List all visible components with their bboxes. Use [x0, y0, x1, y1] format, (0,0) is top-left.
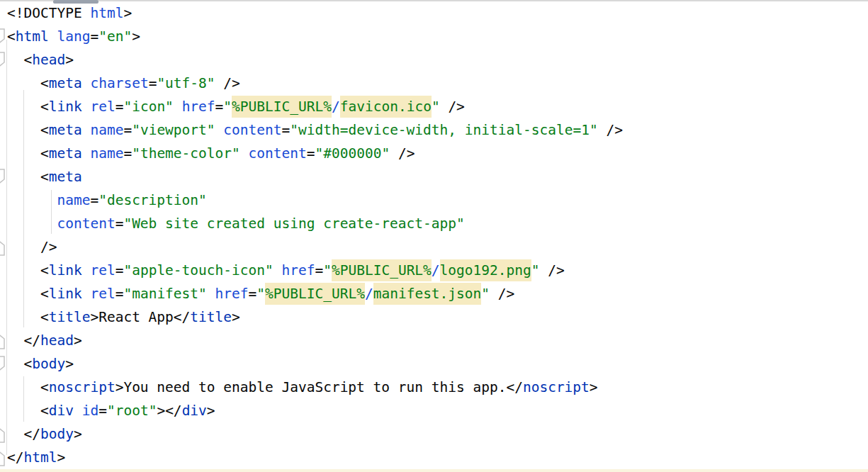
syntax-token: rel: [90, 99, 115, 115]
code-area[interactable]: <!DOCTYPE html><html lang="en"> <head> <…: [0, 1, 868, 472]
syntax-token: You need to enable JavaScript to run thi…: [123, 379, 506, 395]
syntax-token: ></: [157, 403, 181, 419]
syntax-token: ": [257, 286, 265, 302]
syntax-token: </: [506, 379, 522, 395]
syntax-token: rel: [90, 262, 115, 279]
code-line[interactable]: <link rel="manifest" href="%PUBLIC_URL%/…: [0, 282, 868, 305]
syntax-token: [49, 28, 57, 45]
caret-line-highlight[interactable]: [0, 469, 868, 472]
code-line[interactable]: <head>: [0, 48, 868, 72]
syntax-token: [7, 215, 57, 232]
syntax-token: >: [207, 403, 215, 419]
syntax-token: "icon": [123, 99, 173, 115]
syntax-token: >: [132, 28, 140, 45]
fold-region-end-icon[interactable]: [0, 425, 6, 444]
fold-region-start-icon[interactable]: [0, 355, 6, 373]
syntax-token: [7, 122, 40, 138]
syntax-token: [82, 99, 91, 115]
fold-region-end-icon[interactable]: [0, 238, 6, 257]
code-line[interactable]: <link rel="apple-touch-icon" href="%PUBL…: [0, 259, 868, 282]
syntax-token: >: [65, 52, 74, 68]
code-line[interactable]: name="description": [0, 189, 868, 212]
syntax-token: /: [365, 286, 373, 302]
syntax-token: div: [182, 403, 207, 419]
syntax-token: html: [16, 28, 49, 45]
syntax-token: lang: [57, 28, 90, 45]
code-line[interactable]: <div id="root"></div>: [0, 399, 868, 422]
syntax-token: =: [307, 145, 315, 162]
syntax-token: />: [398, 145, 415, 162]
syntax-token: "en": [98, 28, 132, 45]
code-editor[interactable]: <!DOCTYPE html><html lang="en"> <head> <…: [0, 0, 868, 472]
code-line[interactable]: </head>: [0, 329, 868, 352]
syntax-token: />: [498, 286, 514, 302]
syntax-token: >: [232, 309, 240, 325]
fold-region-end-icon[interactable]: [0, 449, 6, 467]
syntax-token: ": [481, 286, 490, 302]
code-line[interactable]: </html>: [0, 446, 868, 469]
code-line[interactable]: <meta name="viewport" content="width=dev…: [0, 118, 868, 142]
syntax-token: ": [223, 99, 232, 115]
syntax-token: name: [90, 122, 123, 138]
code-line[interactable]: <body>: [0, 352, 868, 376]
syntax-token: [215, 75, 224, 91]
code-line[interactable]: <meta: [0, 165, 868, 189]
syntax-token: [240, 145, 249, 162]
syntax-token: [7, 169, 40, 185]
syntax-token: =: [315, 262, 323, 279]
syntax-token: =: [115, 215, 124, 232]
code-line[interactable]: <html lang="en">: [0, 25, 868, 48]
code-line[interactable]: <!DOCTYPE html>: [0, 1, 868, 25]
syntax-token: =: [90, 28, 98, 45]
syntax-token: <: [23, 356, 32, 372]
code-line[interactable]: <title>React App</title>: [0, 305, 868, 329]
syntax-token: noscript: [523, 379, 590, 395]
syntax-token: [82, 286, 91, 302]
syntax-token: [7, 239, 40, 255]
syntax-token: >: [123, 5, 132, 21]
code-line[interactable]: <meta name="theme-color" content="#00000…: [0, 142, 868, 165]
syntax-token: link: [49, 99, 82, 115]
code-line[interactable]: <meta charset="utf-8" />: [0, 72, 868, 95]
syntax-token: >: [65, 356, 74, 372]
code-line[interactable]: </body>: [0, 422, 868, 446]
syntax-token: [7, 309, 40, 325]
syntax-token: >: [590, 379, 598, 395]
syntax-token: [440, 99, 449, 115]
syntax-token: <: [40, 145, 49, 162]
syntax-token: link: [49, 262, 82, 279]
syntax-token: =: [115, 99, 124, 115]
fold-gutter[interactable]: [0, 0, 10, 472]
syntax-token: =: [115, 262, 124, 279]
syntax-token: [7, 99, 40, 115]
horizontal-scrollbar-thumb[interactable]: [53, 0, 98, 4]
syntax-token: [74, 403, 82, 419]
syntax-token: charset: [90, 75, 148, 91]
syntax-token: [274, 262, 282, 279]
syntax-token: [82, 145, 91, 162]
highlighted-token: %PUBLIC_URL%: [232, 96, 332, 118]
syntax-token: />: [223, 75, 239, 91]
fold-region-start-icon[interactable]: [0, 168, 6, 186]
syntax-token: meta: [49, 75, 82, 91]
syntax-token: [82, 262, 91, 279]
syntax-token: <: [40, 169, 49, 185]
fold-region-end-icon[interactable]: [0, 332, 6, 350]
fold-region-start-icon[interactable]: [0, 51, 6, 69]
syntax-token: =: [123, 145, 132, 162]
fold-region-start-icon[interactable]: [0, 28, 6, 46]
syntax-token: content: [57, 215, 115, 232]
syntax-token: title: [190, 309, 232, 325]
highlighted-token: %PUBLIC_URL%: [332, 259, 432, 281]
code-line[interactable]: <noscript>You need to enable JavaScript …: [0, 376, 868, 399]
syntax-token: >: [74, 332, 82, 349]
syntax-token: [598, 122, 607, 138]
syntax-token: ": [323, 262, 332, 279]
syntax-token: </: [174, 309, 190, 325]
syntax-token: React App: [98, 309, 174, 325]
code-line[interactable]: content="Web site created using create-r…: [0, 212, 868, 235]
syntax-token: id: [82, 403, 98, 419]
code-line[interactable]: <link rel="icon" href="%PUBLIC_URL%/favi…: [0, 95, 868, 118]
code-line[interactable]: />: [0, 235, 868, 259]
syntax-token: rel: [90, 286, 115, 302]
